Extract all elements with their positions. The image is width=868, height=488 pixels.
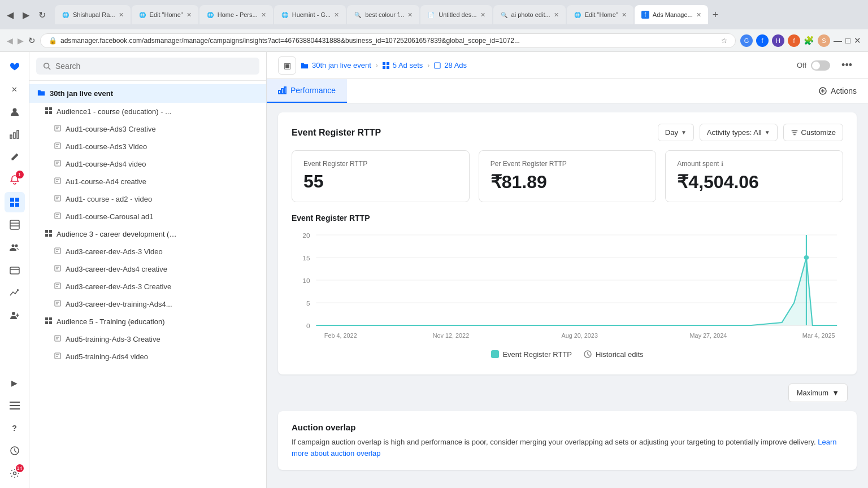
campaigns-grid-icon[interactable]: [5, 192, 25, 212]
ad-item-12[interactable]: Aud3-career-dev-training-Ads4... •••: [29, 295, 266, 313]
svg-text:Mar 4, 2025: Mar 4, 2025: [802, 333, 835, 339]
table-icon[interactable]: [5, 215, 25, 235]
search-box[interactable]: [36, 58, 259, 75]
collapse-icon[interactable]: ▶: [5, 373, 25, 393]
help-icon[interactable]: ?: [5, 418, 25, 438]
performance-icon[interactable]: [5, 124, 25, 145]
svg-rect-29: [55, 125, 60, 131]
ad-item-5[interactable]: Au1-course-Ad4 creative •••: [29, 173, 266, 190]
toggle-switch[interactable]: [811, 60, 830, 71]
maximize-button[interactable]: □: [845, 34, 850, 47]
legend-event-color: [491, 350, 499, 358]
audience-icon[interactable]: [5, 237, 25, 258]
svg-point-96: [804, 255, 809, 260]
actions-button[interactable]: Actions: [807, 81, 868, 101]
adset-name-13: Audience 5 - Training (education): [57, 317, 246, 326]
legend-event-register: Event Register RTTP: [491, 350, 572, 359]
ad-item-14[interactable]: Aud5-training-Ads-3 Creative •••: [29, 330, 266, 348]
svg-text:5: 5: [306, 300, 310, 307]
adset-item-8[interactable]: Audience 3 - career development (… •••: [29, 225, 266, 243]
extensions-icon[interactable]: 🧩: [804, 34, 814, 47]
tab-5[interactable]: 🔍 best colour f... ✕: [347, 5, 419, 24]
chart-svg: 20 15 10 5 0: [292, 229, 843, 342]
tab-1[interactable]: 🌐 Shishupal Ra... ✕: [55, 5, 131, 24]
tab-4[interactable]: 🌐 Huemint - G... ✕: [274, 5, 346, 24]
ad-name-5: Au1-course-Ad4 creative: [66, 177, 246, 186]
adset-item-13[interactable]: Audience 5 - Training (education) •••: [29, 313, 266, 330]
ad-item-4[interactable]: Aud1-course-Ads4 video •••: [29, 155, 266, 173]
bookmark-icon[interactable]: ☆: [721, 37, 727, 45]
ad-item-3[interactable]: Aud1-course-Ads3 Video •••: [29, 138, 266, 155]
extension-4[interactable]: f: [788, 34, 800, 47]
ad-name-3: Aud1-course-Ads3 Video: [66, 142, 246, 151]
notification-icon[interactable]: 1: [5, 169, 25, 190]
tab-7[interactable]: 🔍 ai photo edit... ✕: [493, 5, 566, 24]
tab-8[interactable]: 🌐 Edit "Home" ✕: [567, 5, 633, 24]
day-dropdown-button[interactable]: Day ▼: [658, 124, 694, 141]
customize-button[interactable]: Customize: [783, 124, 843, 141]
perf-card-header: Event Register RTTP Day ▼ Activity types…: [292, 124, 843, 141]
svg-rect-4: [10, 198, 14, 202]
svg-rect-27: [45, 111, 48, 114]
minimize-button[interactable]: —: [834, 34, 842, 47]
toolbar-back[interactable]: ◀: [7, 36, 13, 45]
svg-rect-60: [55, 300, 60, 306]
toolbar-forward[interactable]: ▶: [18, 36, 24, 45]
ad-item-15[interactable]: Aud5-training-Ads4 video •••: [29, 348, 266, 365]
user-plus-icon[interactable]: [5, 305, 25, 325]
tab-3[interactable]: 🌐 Home - Pers... ✕: [199, 5, 273, 24]
svg-point-23: [44, 63, 49, 68]
ad-item-11[interactable]: Aud3-career-dev-Ads-3 Creative •••: [29, 278, 266, 295]
history-icon[interactable]: [5, 441, 25, 461]
boost-icon[interactable]: [5, 282, 25, 303]
campaign-item-0[interactable]: 30th jan live event •••: [29, 84, 266, 103]
svg-point-12: [15, 245, 18, 247]
browser-toolbar: ◀ ▶ ↻ 🔒 adsmanager.facebook.com/adsmanag…: [0, 29, 868, 52]
ad-doc-icon-7: [54, 212, 61, 221]
extension-g[interactable]: G: [740, 34, 753, 47]
tab-2[interactable]: 🌐 Edit "Home" ✕: [132, 5, 198, 24]
tab-performance[interactable]: Performance: [267, 79, 347, 103]
breadcrumb-adsets[interactable]: 5 Ad sets: [383, 61, 423, 69]
billing-icon[interactable]: [5, 260, 25, 280]
svg-rect-80: [284, 87, 286, 94]
svg-rect-66: [49, 321, 52, 324]
reload-button[interactable]: ↻: [36, 7, 48, 23]
settings-icon[interactable]: 14: [5, 463, 25, 483]
close-window-button[interactable]: ✕: [854, 34, 861, 47]
metric-event-register: Event Register RTTP 55: [292, 150, 470, 202]
breadcrumb-ads[interactable]: 28 Ads: [434, 61, 467, 69]
sidebar-toggle-button[interactable]: ▣: [278, 56, 296, 75]
ad-item-9[interactable]: Aud3-career-dev-Ads-3 Video •••: [29, 243, 266, 260]
ad-item-2[interactable]: Aud1-course-Ads3 Creative •••: [29, 120, 266, 138]
adset-item-1[interactable]: Audience1 - course (education) - ... •••: [29, 103, 266, 120]
ad-item-10[interactable]: Aud3-career-dev-Ads4 creative •••: [29, 260, 266, 278]
ad-name-10: Aud3-career-dev-Ads4 creative: [66, 265, 246, 273]
sidebar-close-icon[interactable]: ✕: [5, 79, 25, 99]
search-input[interactable]: [55, 62, 253, 71]
more-options-button[interactable]: •••: [837, 57, 857, 73]
amount-spent-label: Amount spent ℹ: [677, 160, 831, 168]
maximize-label: Maximum: [797, 389, 828, 397]
extension-2[interactable]: f: [756, 34, 769, 47]
account-icon[interactable]: [5, 102, 25, 122]
hamburger-icon[interactable]: [5, 395, 25, 416]
profile-circle[interactable]: S: [818, 34, 830, 47]
per-event-value: ₹81.89: [491, 171, 645, 193]
back-button[interactable]: ◀: [5, 7, 16, 23]
amount-spent-value: ₹4,504.06: [677, 171, 831, 193]
tab-9-active[interactable]: f Ads Manage... ✕: [635, 5, 708, 24]
maximize-button[interactable]: Maximum ▼: [788, 384, 848, 402]
campaign-folder-icon: [37, 89, 45, 98]
edit-icon[interactable]: [5, 147, 25, 167]
ad-item-7[interactable]: Aud1-course-Carousal ad1 •••: [29, 208, 266, 225]
toolbar-reload[interactable]: ↻: [28, 36, 36, 46]
breadcrumb-campaign[interactable]: 30th jan live event: [301, 61, 371, 69]
activity-types-button[interactable]: Activity types: All ▼: [700, 124, 778, 141]
extension-3[interactable]: H: [772, 34, 784, 47]
address-bar[interactable]: 🔒 adsmanager.facebook.com/adsmanager/man…: [40, 33, 736, 48]
tab-6[interactable]: 📄 Untitled des... ✕: [420, 5, 492, 24]
new-tab-button[interactable]: +: [709, 7, 722, 23]
ad-item-6[interactable]: Aud1- course - ad2 - video •••: [29, 190, 266, 208]
forward-button[interactable]: ▶: [20, 7, 32, 23]
